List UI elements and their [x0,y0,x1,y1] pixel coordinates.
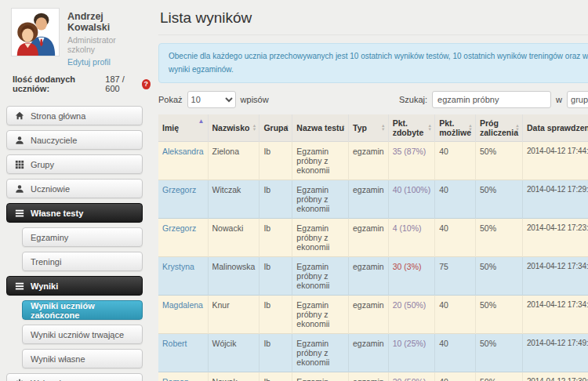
student-group: Ib [260,219,292,257]
sidebar-item-label: Uczniowie [31,184,70,194]
points-scored: 20 (50%) [388,296,434,334]
profile-text: Andrzej Kowalski Administrator szkolny E… [67,8,144,67]
sidebar-item-label: Wyloguj [31,379,61,381]
test-name: Egzamin próbny z ekonomii [292,372,349,381]
check-date: 2014-04-12 17:34:20 [523,257,588,296]
profile-role: Administrator szkolny [67,35,144,54]
student-last-name: Knur [208,296,260,334]
table-header-row: Imię▲ Nazwisko▲▼ Grupa▲▼ Nazwa testu▲▼ T… [158,114,588,142]
sidebar-item-label: Wyniki uczniów zakończone [31,301,134,320]
student-last-name: Malinowska [208,257,260,296]
grid-icon [15,160,24,169]
check-date: 2014-04-12 17:34:20 [523,296,588,334]
test-type: egzamin [349,142,389,180]
sidebar-item-egzaminy[interactable]: Egzaminy [22,227,143,247]
sidebar-item-wyniki-wlasne[interactable]: Wyniki własne [22,349,143,368]
sidebar-item-label: Nauczyciele [31,136,77,145]
student-first-name-link[interactable]: Grzegorz [162,185,196,194]
students-count-label: Ilość dodanych uczniów: [13,74,102,93]
student-first-name-link[interactable]: Aleksandra [162,147,204,156]
column-header-typ[interactable]: Typ▲▼ [349,114,389,142]
pass-threshold: 50% [475,296,522,334]
student-group: Ib [260,257,292,296]
student-first-name-link[interactable]: Magdalena [162,300,203,310]
sidebar-item-wlasne-testy[interactable]: Własne testy [6,203,143,223]
table-row: Robert Wójcik Ib Egzamin próbny z ekonom… [158,334,588,372]
info-alert: Obecnie dla każdego ucznia przechowywany… [158,43,588,83]
check-date: 2014-04-12 17:30:20 [523,372,588,381]
student-first-name-link[interactable]: Robert [162,339,187,348]
student-last-name: Witczak [208,180,260,219]
sidebar-item-nauczyciele[interactable]: Nauczyciele [6,130,143,150]
check-date: 2014-04-12 17:23:19 [523,219,588,257]
sidebar-item-wyloguj[interactable]: Wyloguj [6,373,143,381]
student-group: Ib [260,142,292,180]
table-row: Krystyna Malinowska Ib Egzamin próbny z … [158,257,588,296]
sidebar-item-strona-glowna[interactable]: Strona główna [6,106,143,125]
sidebar-item-uczniowie[interactable]: Uczniowie [6,179,143,198]
pass-threshold: 50% [475,257,522,296]
search-scope-select[interactable]: grupa [567,91,588,108]
search-control: Szukaj: w grupa [399,91,588,108]
student-group: Ib [260,180,292,219]
test-type: egzamin [349,334,389,372]
sidebar-item-label: Wyniki [31,281,58,291]
sidebar-item-wyniki-uczniow-trwajace[interactable]: Wyniki uczniów trwające [22,325,143,344]
test-type: egzamin [349,219,389,257]
check-date: 2014-04-12 17:29:20 [523,180,588,219]
student-last-name: Zielona [208,142,260,180]
column-header-grupa[interactable]: Grupa▲▼ [260,114,292,142]
column-header-data-sprawdzenia[interactable]: Data sprawdzenia▲▼ [523,114,588,142]
column-header-pkt-zdobyte[interactable]: Pkt. zdobyte▲▼ [388,114,434,142]
table-row: Aleksandra Zielona Ib Egzamin próbny z e… [158,142,588,180]
sidebar-item-grupy[interactable]: Grupy [6,154,143,174]
points-scored: 20 (50%) [388,372,434,381]
sidebar-item-wyniki-uczniow-zakonczone[interactable]: Wyniki uczniów zakończone [22,300,143,320]
sidebar-item-label: Treningi [31,257,61,267]
table-row: Grzegorz Nowacki Ib Egzamin próbny z eko… [158,219,588,257]
test-name: Egzamin próbny z ekonomii [292,334,349,372]
student-group: Ib [260,372,292,381]
pass-threshold: 50% [475,334,522,372]
entries-label: wpisów [241,95,269,104]
page-title: Lista wyników [158,6,588,35]
avatar-illustration [12,9,59,56]
show-label: Pokaż [158,95,183,104]
column-header-pkt-mozliwe[interactable]: Pkt. możliwe▲▼ [435,114,476,142]
student-group: Ib [260,334,292,372]
column-header-nazwisko[interactable]: Nazwisko▲▼ [208,114,260,142]
sidebar-item-label: Egzaminy [31,233,68,242]
sidebar-item-wyniki[interactable]: Wyniki [6,276,143,296]
search-input[interactable] [432,91,551,108]
students-count-value: 187 / 600 [105,74,136,93]
sort-icon: ▲▼ [515,124,520,132]
points-scored: 40 (100%) [388,180,434,219]
test-name: Egzamin próbny z ekonomii [292,142,349,180]
student-first-name-link[interactable]: Grzegorz [162,223,196,233]
sort-icon: ▲▼ [252,124,256,132]
search-label: Szukaj: [399,95,427,104]
pass-threshold: 50% [475,372,522,381]
page-size-select[interactable]: 10 [187,91,236,108]
in-label: w [556,95,562,104]
sidebar-item-label: Strona główna [31,111,85,121]
student-first-name-link[interactable]: Roman [162,377,189,381]
help-icon[interactable]: ? [142,79,151,89]
results-table: Imię▲ Nazwisko▲▼ Grupa▲▼ Nazwa testu▲▼ T… [158,114,588,381]
sort-asc-icon: ▲ [198,118,205,125]
pass-threshold: 50% [475,219,522,257]
sort-icon: ▲▼ [468,124,473,132]
student-first-name-link[interactable]: Krystyna [162,262,194,271]
table-row: Roman Nowak Ib Egzamin próbny z ekonomii… [158,372,588,381]
column-header-prog-zaliczenia[interactable]: Próg zaliczenia▲▼ [475,114,522,142]
edit-profile-link[interactable]: Edytuj profil [67,57,111,67]
test-type: egzamin [349,296,389,334]
avatar [11,8,60,56]
sidebar-item-label: Wyniki uczniów trwające [31,330,124,339]
table-controls: Pokaż 10 wpisów Szukaj: w grupa [158,91,588,108]
column-header-imie[interactable]: Imię▲ [158,114,208,142]
column-header-nazwa-testu[interactable]: Nazwa testu▲▼ [292,114,349,142]
test-name: Egzamin próbny z ekonomii [292,219,349,257]
points-scored: 10 (25%) [388,334,434,372]
sidebar-item-treningi[interactable]: Treningi [22,252,143,271]
